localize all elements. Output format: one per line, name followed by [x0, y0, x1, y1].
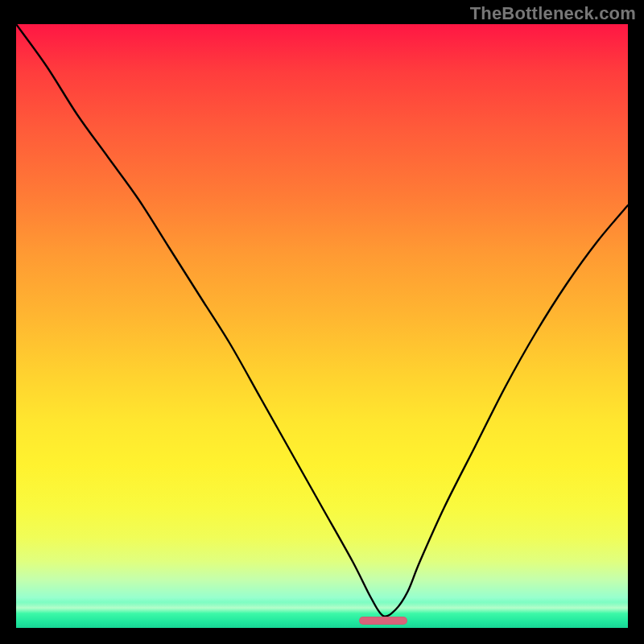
minimum-marker — [359, 617, 408, 625]
watermark-text: TheBottleneck.com — [470, 3, 636, 24]
curve-svg — [16, 24, 628, 628]
bottleneck-curve-line — [16, 24, 628, 617]
chart-container: TheBottleneck.com — [0, 0, 644, 644]
plot-area — [16, 24, 628, 628]
